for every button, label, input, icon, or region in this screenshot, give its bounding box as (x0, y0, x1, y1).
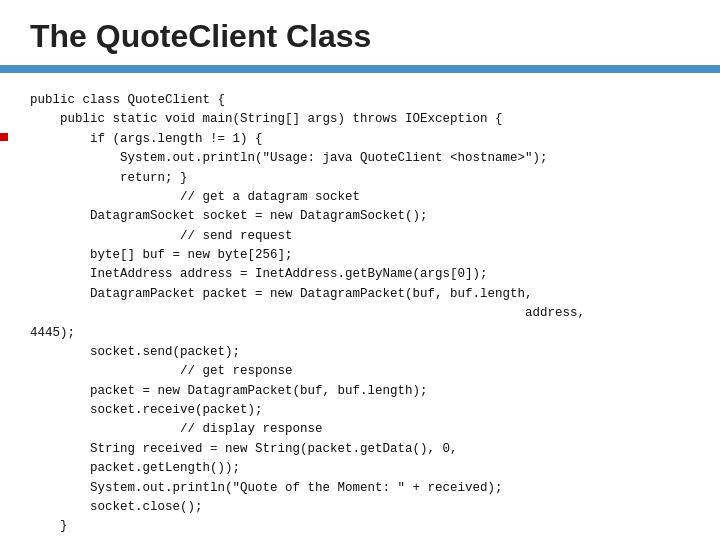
red-accent-bar (0, 133, 8, 141)
page-container: The QuoteClient Class public class Quote… (0, 0, 720, 540)
page-title: The QuoteClient Class (30, 18, 690, 55)
code-block: public class QuoteClient { public static… (0, 73, 720, 540)
blue-bar (0, 65, 720, 73)
title-area: The QuoteClient Class (0, 0, 720, 65)
